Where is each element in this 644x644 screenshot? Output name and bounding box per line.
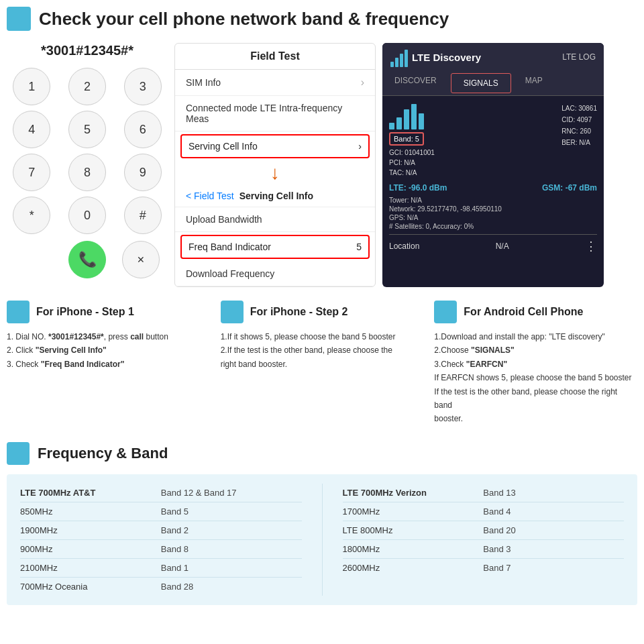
key-6[interactable]: 6 [124,111,162,148]
key-delete[interactable]: ✕ [122,241,160,278]
freq-col2-heading-band: Band 13 [483,488,624,498]
key-8[interactable]: 8 [68,154,106,191]
ft-freq-band-value: 5 [356,241,362,252]
step2-header: For iPhone - Step 2 [221,301,424,323]
key-7[interactable]: 7 [13,154,50,191]
step3-line4: If EARFCN shows 5, please choose the ban… [434,371,637,384]
freq-section: Frequency & Band LTE 700MHz AT&T Band 12… [7,442,637,605]
key-star[interactable]: * [13,197,50,234]
lte-signal-row: Band: 5 GCI: 01041001 PCI: N/A TAC: N/A … [389,103,597,178]
key-2[interactable]: 2 [68,68,106,105]
step2-line1: 1.If it shows 5, please choose the band … [221,330,424,343]
lte-tab-signals[interactable]: SIGNALS [451,73,511,93]
lte-band-box: Band: 5 [389,132,424,146]
lte-rnc: RNC: 260 [561,125,597,137]
ft-back-header[interactable]: < Field Test Serving Cell Info [175,185,375,207]
freq-heading-row-1: LTE 700MHz AT&T Band 12 & Band 17 [20,484,302,502]
key-4[interactable]: 4 [13,111,50,148]
step-card-2: For iPhone - Step 2 1.If it shows 5, ple… [221,301,424,426]
freq-col2-row4: 2600MHz Band 7 [343,559,625,577]
step3-header: For Android Cell Phone [434,301,637,323]
lte-signal-left: Band: 5 GCI: 01041001 PCI: N/A TAC: N/A [389,103,555,178]
freq-band-1900: Band 2 [161,525,302,535]
keypad-grid: 1 2 3 4 5 6 7 8 9 * 0 # [7,68,168,234]
ft-sim-info-row[interactable]: SIM Info › [175,70,375,96]
key-3[interactable]: 3 [124,68,162,105]
ft-back-label: < Field Test [186,191,234,201]
freq-band-1700: Band 4 [483,506,624,517]
lte-location-value: N/A [496,241,509,251]
signal-bars-icon [390,47,408,67]
call-button[interactable]: 📞 [68,241,106,278]
lte-detail-satellites: # Satellites: 0, Accuracy: 0% [389,223,597,230]
freq-label-700oce: 700MHz Oceania [20,582,161,592]
ft-download-freq-label: Download Frequency [186,268,274,279]
ft-upload-bw-row: Upload Bandwidth [175,207,375,232]
step2-line3: right band booster. [221,358,424,371]
ft-serving-cell-chevron: › [358,141,362,152]
key-5[interactable]: 5 [68,111,106,148]
step1-body: 1. Dial NO. *3001#12345#*, press call bu… [7,330,210,371]
step1-header: For iPhone - Step 1 [7,301,210,323]
ft-freq-band-row[interactable]: Freq Band Indicator 5 [180,235,370,259]
ft-back-title: Serving Cell Info [239,191,313,201]
step1-line2: 2. Click "Serving Cell Info" [7,343,210,357]
lte-bar3 [404,109,409,129]
freq-divider [322,484,323,596]
freq-col2-row2: LTE 800MHz Band 20 [343,521,625,540]
lte-bar5 [419,113,424,129]
key-0[interactable]: 0 [68,197,106,234]
freq-label-2100: 2100MHz [20,563,161,573]
lte-ber: BER: N/A [561,137,597,148]
lte-signal-right: LAC: 30861 CID: 4097 RNC: 260 BER: N/A [561,103,597,178]
lte-bar2 [396,117,402,129]
lte-chart-area [389,103,555,129]
freq-label-1900: 1900MHz [20,525,161,535]
keypad-section: *3001#12345#* 1 2 3 4 5 6 7 8 9 * 0 # 📞 … [7,43,168,287]
lte-dbm-value: LTE: -96.0 dBm [389,183,447,193]
bar1 [390,62,394,67]
key-1[interactable]: 1 [13,68,50,105]
ft-upload-bw-label: Upload Bandwidth [186,214,262,225]
step2-line2: 2.If the test is the other band, please … [221,343,424,357]
freq-band-2100: Band 1 [161,563,302,573]
step3-line6: booster. [434,412,637,425]
freq-col2-heading: LTE 700MHz Verizon [343,488,484,498]
key-9[interactable]: 9 [124,154,162,191]
steps-section: For iPhone - Step 1 1. Dial NO. *3001#12… [7,301,637,426]
ft-serving-cell-row[interactable]: Serving Cell Info › [180,134,370,158]
lte-tab-discover[interactable]: DISCOVER [382,71,449,95]
lte-body: Band: 5 GCI: 01041001 PCI: N/A TAC: N/A … [382,96,604,260]
step-card-3: For Android Cell Phone 1.Download and in… [434,301,637,426]
lte-pci: PCI: N/A [389,158,555,168]
ft-freq-band-label: Freq Band Indicator [189,241,271,252]
lte-detail-gps: GPS: N/A [389,214,597,221]
field-test-section: Field Test SIM Info › Connected mode LTE… [174,43,376,287]
freq-band-850: Band 5 [161,506,302,517]
ft-sim-info-chevron: › [361,76,364,89]
step2-body: 1.If it shows 5, please choose the band … [221,330,424,371]
step2-title: For iPhone - Step 2 [250,306,348,318]
key-empty-left [15,241,52,278]
key-hash[interactable]: # [124,197,162,234]
step3-line5: If the test is the other band, please ch… [434,385,637,413]
lte-location-label: Location [389,241,419,251]
bar3 [400,54,403,67]
lte-more-icon[interactable]: ⋮ [585,239,597,254]
freq-col1-row2: 1900MHz Band 2 [20,521,302,540]
freq-col2-row1: 1700MHz Band 4 [343,502,625,521]
step3-title: For Android Cell Phone [464,306,583,318]
freq-label-900: 900MHz [20,544,161,554]
step3-line3: 3.Check "EARFCN" [434,358,637,371]
lte-tac: TAC: N/A [389,168,555,178]
lte-log-label: LTE LOG [562,52,596,62]
freq-table-wrapper: LTE 700MHz AT&T Band 12 & Band 17 850MHz… [7,474,637,605]
step3-body: 1.Download and install the app: "LTE dis… [434,330,637,426]
lte-tab-map[interactable]: MAP [513,71,555,95]
header-section: Check your cell phone network band & fre… [7,7,637,31]
ft-sim-info-label: SIM Info [186,77,221,88]
lte-tabs: DISCOVER SIGNALS MAP [382,71,604,96]
step1-line3: 3. Check "Freq Band Indicator" [7,358,210,371]
freq-band-800: Band 20 [483,525,624,535]
lte-location-row: Location N/A ⋮ [389,234,597,254]
